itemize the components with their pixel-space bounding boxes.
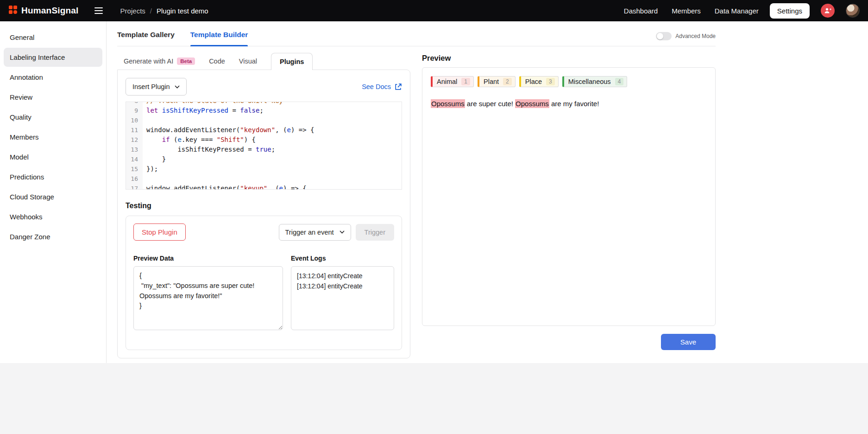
sidebar-item-review[interactable]: Review bbox=[4, 88, 102, 107]
code-line: 10 bbox=[126, 115, 402, 125]
code-line: 15}); bbox=[126, 164, 402, 174]
label-hotkey-badge: 4 bbox=[615, 78, 624, 85]
brand-name: HumanSignal bbox=[21, 6, 79, 16]
breadcrumb: Projects / Plugin test demo bbox=[120, 7, 208, 15]
code-text: window.addEventListener("keydown", (e) =… bbox=[143, 125, 314, 135]
label-chip-place[interactable]: Place3 bbox=[519, 76, 559, 87]
preview-text: Opossums are super cute! Opossums are my… bbox=[431, 100, 707, 108]
preview-panel: Animal1Plant2Place3Miscellaneous4 Opossu… bbox=[422, 67, 716, 326]
code-text bbox=[143, 115, 146, 125]
topnav-dashboard[interactable]: Dashboard bbox=[624, 7, 658, 15]
sidebar-item-general[interactable]: General bbox=[4, 28, 102, 47]
preview-title: Preview bbox=[422, 54, 716, 63]
topnav-members[interactable]: Members bbox=[672, 7, 701, 15]
label-name: Animal bbox=[437, 78, 457, 85]
label-hotkey-badge: 2 bbox=[503, 78, 512, 85]
stop-plugin-button[interactable]: Stop Plugin bbox=[133, 223, 186, 241]
topnav-data-manager[interactable]: Data Manager bbox=[715, 7, 759, 15]
event-log-entry: [13:12:04] entityCreate bbox=[297, 271, 388, 281]
subtab-code[interactable]: Code bbox=[209, 53, 225, 70]
text-segment: are my favorite! bbox=[549, 100, 599, 108]
label-name: Place bbox=[525, 78, 542, 85]
subtab-visual[interactable]: Visual bbox=[239, 53, 257, 70]
sidebar-item-quality[interactable]: Quality bbox=[4, 108, 102, 127]
insert-plugin-label: Insert Plugin bbox=[132, 83, 170, 90]
line-number: 12 bbox=[126, 135, 143, 145]
text-region-highlighted[interactable]: Opossums bbox=[515, 99, 549, 108]
event-log-entry: [13:12:04] entityCreate bbox=[297, 281, 388, 291]
breadcrumb-projects[interactable]: Projects bbox=[120, 7, 145, 15]
see-docs-link[interactable]: See Docs bbox=[362, 83, 402, 91]
code-text: window.addEventListener("keyup", (e) => … bbox=[143, 184, 307, 190]
subtab-generate-with-ai[interactable]: Generate with AIBeta bbox=[124, 53, 195, 70]
code-editor[interactable]: 8// Track the state of the Shift key9let… bbox=[126, 102, 402, 190]
code-text bbox=[143, 174, 146, 184]
advanced-mode-label: Advanced Mode bbox=[675, 33, 716, 39]
line-number: 8 bbox=[126, 102, 143, 106]
code-text: }); bbox=[143, 164, 158, 174]
preview-data-textarea[interactable]: { "my_text": "Opossums are super cute! O… bbox=[133, 266, 283, 330]
code-text: // Track the state of the Shift key bbox=[143, 102, 283, 106]
code-line: 17window.addEventListener("keyup", (e) =… bbox=[126, 184, 402, 190]
label-name: Plant bbox=[484, 78, 499, 85]
top-nav: DashboardMembersData Manager bbox=[624, 7, 759, 15]
testing-panel: Stop Plugin Trigger an event Trigger bbox=[126, 216, 402, 350]
code-text: let isShiftKeyPressed = false; bbox=[143, 106, 264, 115]
sidebar-item-predictions[interactable]: Predictions bbox=[4, 167, 102, 186]
subtab-label: Visual bbox=[239, 57, 257, 65]
advanced-mode-toggle[interactable] bbox=[656, 32, 672, 40]
topbar: HumanSignal Projects / Plugin test demo … bbox=[0, 0, 868, 21]
tab-template-builder[interactable]: Template Builder bbox=[190, 31, 248, 46]
sidebar-item-cloud-storage[interactable]: Cloud Storage bbox=[4, 187, 102, 206]
label-list: Animal1Plant2Place3Miscellaneous4 bbox=[431, 76, 707, 87]
settings-button[interactable]: Settings bbox=[770, 3, 810, 19]
humansignal-logo-icon bbox=[8, 5, 18, 16]
label-chip-miscellaneous[interactable]: Miscellaneous4 bbox=[562, 76, 628, 87]
code-line: 8// Track the state of the Shift key bbox=[126, 102, 402, 106]
line-number: 10 bbox=[126, 115, 143, 125]
line-number: 15 bbox=[126, 164, 143, 174]
user-avatar[interactable] bbox=[846, 4, 860, 18]
event-logs-panel: [13:12:04] entityCreate[13:12:04] entity… bbox=[291, 266, 394, 330]
label-hotkey-badge: 3 bbox=[546, 78, 555, 85]
subtab-plugins[interactable]: Plugins bbox=[271, 53, 313, 70]
code-text: isShiftKeyPressed = true; bbox=[143, 145, 275, 154]
label-chip-plant[interactable]: Plant2 bbox=[478, 76, 516, 87]
builder-subtabs: Generate with AIBetaCodeVisualPlugins bbox=[117, 53, 410, 70]
sidebar-item-danger-zone[interactable]: Danger Zone bbox=[4, 227, 102, 246]
line-number: 16 bbox=[126, 174, 143, 184]
trigger-event-select[interactable]: Trigger an event bbox=[279, 224, 351, 241]
sidebar-item-annotation[interactable]: Annotation bbox=[4, 68, 102, 87]
subtab-label: Generate with AI bbox=[124, 57, 173, 65]
label-chip-animal[interactable]: Animal1 bbox=[431, 76, 474, 87]
person-plus-icon bbox=[824, 7, 831, 14]
code-line: 14 } bbox=[126, 154, 402, 164]
trigger-button[interactable]: Trigger bbox=[356, 224, 394, 241]
code-line: 13 isShiftKeyPressed = true; bbox=[126, 145, 402, 154]
chevron-down-icon bbox=[340, 230, 345, 234]
invite-user-button[interactable] bbox=[821, 4, 835, 18]
code-lines: 8// Track the state of the Shift key9let… bbox=[126, 102, 402, 190]
sidebar-item-model[interactable]: Model bbox=[4, 147, 102, 166]
sidebar-item-members[interactable]: Members bbox=[4, 128, 102, 147]
brand: HumanSignal bbox=[8, 5, 79, 16]
template-tabs: Template GalleryTemplate Builder bbox=[117, 31, 248, 46]
line-number: 11 bbox=[126, 125, 143, 135]
code-line: 11window.addEventListener("keydown", (e)… bbox=[126, 125, 402, 135]
tab-template-gallery[interactable]: Template Gallery bbox=[117, 31, 175, 46]
text-region-highlighted[interactable]: Opossums bbox=[431, 99, 465, 108]
sidebar-nav: GeneralLabeling InterfaceAnnotationRevie… bbox=[4, 28, 102, 246]
external-link-icon bbox=[394, 83, 402, 91]
save-button[interactable]: Save bbox=[661, 334, 716, 350]
sidebar-item-labeling-interface[interactable]: Labeling Interface bbox=[4, 48, 102, 67]
code-line: 12 if (e.key === "Shift") { bbox=[126, 135, 402, 145]
sidebar-item-webhooks[interactable]: Webhooks bbox=[4, 207, 102, 226]
testing-title: Testing bbox=[126, 202, 402, 210]
line-number: 13 bbox=[126, 145, 143, 154]
menu-icon[interactable] bbox=[93, 6, 105, 16]
line-number: 17 bbox=[126, 184, 143, 190]
template-tabs-row: Template GalleryTemplate Builder Advance… bbox=[117, 21, 716, 46]
code-line: 9let isShiftKeyPressed = false; bbox=[126, 106, 402, 115]
main-content: Template GalleryTemplate Builder Advance… bbox=[107, 21, 868, 363]
insert-plugin-button[interactable]: Insert Plugin bbox=[126, 78, 187, 96]
